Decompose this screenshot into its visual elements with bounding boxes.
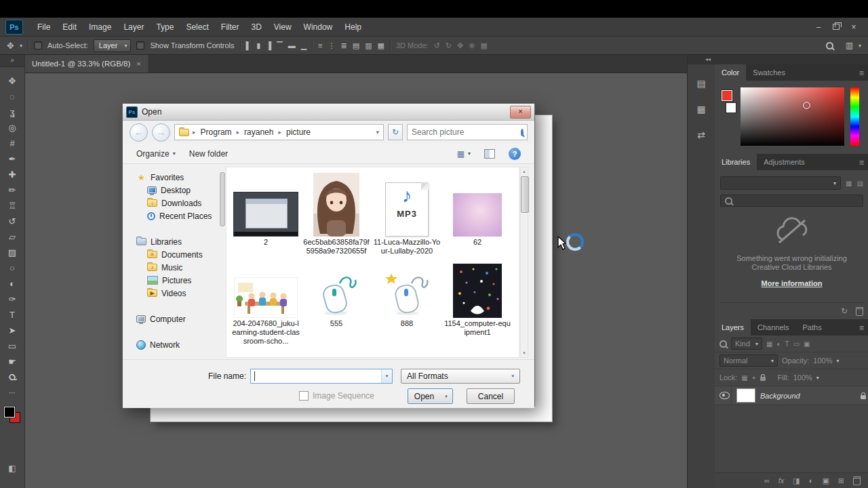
adjustment-layer-icon[interactable]: ◐ [809, 476, 814, 485]
layer-effects-icon[interactable]: fx [778, 476, 785, 485]
scroll-down-icon[interactable]: ▼ [521, 349, 528, 357]
layer-row-background[interactable]: Background [715, 386, 868, 405]
foreground-color-swatch[interactable] [4, 407, 15, 418]
sidebar-item-videos[interactable]: ▶ Videos [125, 287, 219, 300]
zoom-tool[interactable]: Q [1, 369, 24, 385]
scroll-up-icon[interactable]: ▲ [521, 167, 528, 176]
new-folder-button[interactable]: New folder [184, 147, 233, 161]
menu-window[interactable]: Window [298, 22, 339, 32]
format-dropdown[interactable]: All Formats ▾ [401, 369, 520, 384]
file-name-dropdown-icon[interactable]: ▾ [381, 369, 392, 383]
eraser-tool[interactable]: ▱ [1, 229, 24, 245]
distribute-left-icon[interactable]: ▤ [353, 41, 359, 50]
dialog-close-button[interactable]: × [510, 106, 531, 119]
quick-mask-button[interactable]: ◧ [0, 464, 24, 473]
filter-adjustment-icon[interactable]: ◐ [777, 340, 781, 348]
file-item-classroom[interactable]: 204-2047680_juku-learning-student-classr… [231, 256, 301, 346]
library-search-box[interactable] [720, 195, 863, 207]
library-select-dropdown[interactable]: ▾ [720, 176, 841, 190]
tab-paths[interactable]: Paths [796, 319, 829, 336]
workspace-chevron-icon[interactable]: ▾ [859, 43, 861, 49]
file-item-62[interactable]: 62 [442, 167, 513, 256]
breadcrumb-program[interactable]: Program [199, 127, 233, 137]
sidebar-item-music[interactable]: ♪ Music [125, 261, 219, 274]
quick-selection-tool[interactable]: ◎ [1, 120, 24, 136]
breadcrumb-picture[interactable]: picture [285, 127, 312, 137]
visibility-toggle[interactable] [717, 386, 732, 405]
hue-slider[interactable] [850, 87, 859, 146]
menu-type[interactable]: Type [150, 22, 180, 32]
blend-mode-dropdown[interactable]: Normal ▾ [719, 354, 778, 367]
workspace-panel-icon[interactable]: ▥ [846, 41, 853, 50]
grid-view-icon[interactable]: ▦ [846, 180, 852, 187]
tool-preset-arrow-icon[interactable]: ▾ [20, 43, 22, 49]
eyedropper-tool[interactable]: ✒ [1, 151, 24, 167]
menu-layer[interactable]: Layer [117, 22, 150, 32]
open-split-arrow[interactable]: ▾ [440, 388, 453, 404]
organize-button[interactable]: Organize ▾ [131, 147, 181, 161]
shape-tool[interactable]: ▭ [1, 338, 24, 354]
sidebar-item-documents[interactable]: ≡ Documents [125, 248, 219, 261]
menu-help[interactable]: Help [338, 22, 368, 32]
menu-view[interactable]: View [268, 22, 298, 32]
layer-thumbnail[interactable] [736, 388, 755, 403]
sidebar-item-network[interactable]: Network [125, 338, 219, 351]
menu-file[interactable]: File [31, 22, 56, 32]
open-button[interactable]: Open [408, 388, 441, 404]
hand-tool[interactable]: ☛ [1, 354, 24, 369]
menu-select[interactable]: Select [180, 22, 214, 32]
open-dialog-titlebar[interactable]: Ps Open × [123, 104, 534, 121]
back-button[interactable]: ← [130, 123, 148, 142]
more-information-link[interactable]: More information [715, 279, 868, 287]
type-tool[interactable]: T [1, 307, 24, 323]
color-picker-marker[interactable] [803, 102, 810, 109]
file-item-2[interactable]: 2 [231, 167, 301, 256]
trash-icon[interactable] [856, 307, 863, 316]
background-color-swatch[interactable] [726, 102, 736, 113]
document-close-icon[interactable]: × [136, 60, 140, 68]
distribute-right-icon[interactable]: ▦ [378, 41, 384, 50]
image-sequence-checkbox[interactable] [299, 391, 309, 401]
align-center-icon[interactable]: ▮ [256, 41, 260, 50]
auto-select-checkbox[interactable] [34, 41, 42, 49]
sidebar-item-computer[interactable]: Computer [125, 312, 219, 325]
dock-collapse-button[interactable]: ◂◂ [688, 55, 868, 64]
history-brush-tool[interactable]: ↺ [1, 214, 24, 229]
search-icon[interactable] [826, 42, 833, 49]
blur-tool[interactable]: ○ [1, 260, 24, 276]
brush-tool[interactable]: ✏ [1, 182, 24, 198]
tab-libraries[interactable]: Libraries [715, 154, 757, 170]
menu-image[interactable]: Image [83, 22, 117, 32]
foreground-color-swatch[interactable] [722, 90, 732, 101]
saturation-picker[interactable] [741, 87, 844, 146]
clone-stamp-tool[interactable]: ♖ [1, 198, 24, 214]
align-top-icon[interactable]: ▔ [277, 41, 282, 50]
views-button[interactable]: ▦ ▾ [452, 147, 476, 161]
align-right-icon[interactable]: ▐ [266, 41, 271, 49]
filter-pixel-icon[interactable]: ▦ [766, 340, 772, 348]
distribute-bottom-icon[interactable]: ≣ [341, 41, 347, 50]
move-tool[interactable]: ✥ [1, 73, 24, 89]
filter-smart-icon[interactable]: ▣ [804, 340, 810, 348]
history-panel-icon[interactable]: ▤ [696, 78, 705, 89]
address-dropdown-icon[interactable]: ▾ [376, 129, 379, 136]
new-layer-icon[interactable]: ⊞ [838, 476, 844, 485]
link-layers-icon[interactable]: ∞ [764, 476, 770, 485]
opacity-value[interactable]: 100% [813, 357, 832, 365]
preview-pane-button[interactable] [479, 147, 500, 161]
breadcrumb[interactable]: ▸ Program ▸ rayaneh ▸ picture ▾ [174, 124, 384, 140]
distribute-top-icon[interactable]: ≡ [318, 41, 322, 49]
delete-layer-icon[interactable] [853, 476, 861, 485]
layer-name[interactable]: Background [760, 392, 800, 400]
forward-button[interactable]: → [152, 123, 170, 142]
sidebar-item-pictures[interactable]: Pictures [125, 274, 219, 287]
tab-layers[interactable]: Layers [715, 319, 751, 336]
gradient-tool[interactable]: ▨ [1, 245, 24, 260]
align-left-icon[interactable]: ▌ [246, 41, 252, 49]
tab-color[interactable]: Color [715, 64, 746, 81]
distribute-middle-icon[interactable]: ⋮ [328, 41, 336, 50]
properties-panel-icon[interactable]: ▦ [696, 104, 705, 115]
sidebar-item-favorites[interactable]: ★ Favorites [125, 171, 219, 184]
panel-menu-icon[interactable]: ≣ [855, 159, 868, 166]
tools-collapse-button[interactable]: » [0, 55, 24, 67]
